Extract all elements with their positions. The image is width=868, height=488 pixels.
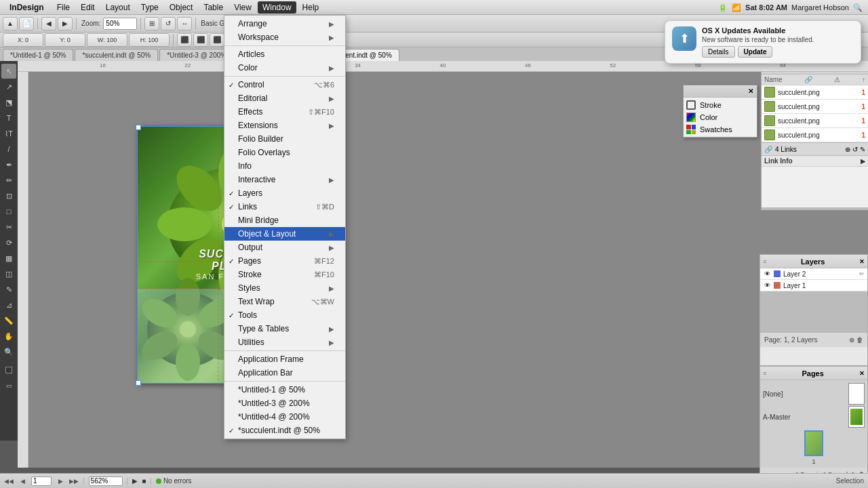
rect-frame-btn[interactable]: ⊡ [1,188,16,203]
pages-panel-close[interactable]: ✕ [859,370,865,377]
y-field[interactable]: Y: 0 [45,33,85,47]
menu-item-file[interactable]: File [52,1,75,14]
x-field[interactable]: X: 0 [3,33,43,47]
tab-succulent-50-1[interactable]: *succulent.indt @ 50% [75,49,158,61]
menu-folio-builder[interactable]: Folio Builder [224,132,345,146]
menu-extensions[interactable]: Extensions ▶ [224,119,345,132]
pages-master-thumb[interactable] [848,406,865,428]
menu-articles[interactable]: Articles [224,47,345,61]
preview-btn[interactable]: ▭ [1,378,16,393]
back-btn[interactable]: ◀ [41,17,56,30]
tab-untitled3[interactable]: *Untitled-3 @ 200% [159,49,234,61]
menu-text-wrap[interactable]: Text Wrap ⌥⌘W [224,295,345,308]
layer-eye-1[interactable]: 👁 [763,281,771,289]
menu-info[interactable]: Info [224,159,345,173]
h-field[interactable]: H: 100 [129,33,170,47]
forward-btn[interactable]: ▶ [58,17,73,30]
status-prev-btn[interactable]: ◀◀ [4,476,14,486]
menu-arrange[interactable]: Arrange ▶ [224,17,345,30]
status-stop-btn[interactable]: ■ [142,477,146,485]
swatches-panel-item[interactable]: Swatches [684,123,757,136]
menu-tools[interactable]: Tools [224,308,345,322]
align-center-btn[interactable]: ⬛ [193,33,208,47]
menu-application-frame[interactable]: Application Frame [224,352,345,366]
type-tool-btn[interactable]: T [1,110,16,125]
menu-color[interactable]: Color ▶ [224,61,345,75]
layers-add-btn[interactable]: ⊕ [849,336,854,344]
status-page-field[interactable] [31,476,52,486]
layers-delete-btn[interactable]: 🗑 [856,336,863,344]
notification-details-btn[interactable]: Details [702,46,735,58]
note-tool-btn[interactable]: ✎ [1,282,16,297]
search-icon[interactable]: 🔍 [853,3,863,12]
links-btn3[interactable]: ✎ [860,146,865,153]
menu-layers[interactable]: Layers [224,186,345,200]
eyedropper-btn[interactable]: ⊿ [1,298,16,312]
type-path-btn[interactable]: ⌇T [1,126,16,141]
align-right-btn[interactable]: ⬛ [210,33,224,47]
menu-doc-untitled3[interactable]: *Untitled-3 @ 200% [224,396,345,410]
layer-edit-2[interactable]: ✏ [859,270,865,277]
menu-mini-bridge[interactable]: Mini Bridge [224,214,345,227]
pen-tool-btn[interactable]: ✒ [1,157,16,172]
menu-object-layout[interactable]: Object & Layout ▶ [224,227,345,241]
menu-workspace[interactable]: Workspace ▶ [224,30,345,44]
measure-btn[interactable]: 📏 [1,313,16,328]
link-info-expand[interactable]: ▶ [861,158,865,165]
fill-stroke-btn[interactable] [1,363,16,378]
layers-panel-close[interactable]: ✕ [859,258,865,265]
status-fwd-btn[interactable]: ▶ [56,476,65,486]
status-zoom-field[interactable] [89,476,123,486]
pencil-tool-btn[interactable]: ✏ [1,173,16,188]
menu-doc-untitled4[interactable]: *Untitled-4 @ 200% [224,410,345,424]
selection-tool-btn[interactable]: ▲ [3,17,18,30]
popup-close-btn[interactable]: ✕ [748,87,753,95]
menu-editorial[interactable]: Editorial ▶ [224,92,345,105]
menu-application-bar[interactable]: Application Bar [224,366,345,380]
gradient-feather-btn[interactable]: ◫ [1,266,16,281]
w-field[interactable]: W: 100 [87,33,127,47]
handle-tl[interactable] [136,125,141,130]
direct-select-btn[interactable]: ↗ [1,79,16,94]
menu-links[interactable]: Links ⇧⌘D [224,200,345,214]
zoom-tool-btn[interactable]: 🔍 [1,344,16,359]
menu-styles[interactable]: Styles ▶ [224,281,345,295]
link-row-1[interactable]: succulent.png 1 [762,85,868,100]
page-btn[interactable]: 📄 [19,17,34,30]
menu-effects[interactable]: Effects ⇧⌘F10 [224,105,345,119]
menu-type-tables[interactable]: Type & Tables ▶ [224,322,345,336]
line-tool-btn[interactable]: / [1,142,16,157]
gradient-tool-btn[interactable]: ▦ [1,251,16,266]
color-panel-item[interactable]: Color [684,111,757,123]
menu-item-table[interactable]: Table [199,1,228,14]
flip-btn[interactable]: ↔ [177,17,192,30]
hand-tool-btn[interactable]: ✋ [1,329,16,344]
pages-page1-thumb[interactable] [804,430,823,456]
free-transform-btn[interactable]: ⟳ [1,235,16,250]
menu-output[interactable]: Output ▶ [224,241,345,254]
gap-tool-btn[interactable]: ⬔ [1,95,16,110]
menu-item-view[interactable]: View [229,1,256,14]
menu-pages[interactable]: Pages ⌘F12 [224,254,345,268]
zoom-input[interactable] [103,18,137,30]
menu-interactive[interactable]: Interactive ▶ [224,173,345,186]
layout-btn[interactable]: ⊞ [144,17,159,30]
menu-item-window[interactable]: Window [258,1,296,14]
menu-doc-untitled1[interactable]: *Untitled-1 @ 50% [224,383,345,396]
link-row-3[interactable]: succulent.png 1 [762,114,868,128]
rect-tool-btn[interactable]: □ [1,204,16,219]
status-back-btn[interactable]: ◀ [18,476,27,486]
layer-row-1[interactable]: 👁 Layer 1 [760,280,867,291]
tab-untitled1[interactable]: *Untitled-1 @ 50% [3,49,73,61]
handle-bl[interactable] [136,380,141,386]
menu-control[interactable]: Control ⌥⌘6 [224,78,345,92]
menu-item-object[interactable]: Object [165,1,198,14]
links-btn1[interactable]: ⊕ [845,146,850,153]
align-left-btn[interactable]: ⬛ [177,33,192,47]
scissor-tool-btn[interactable]: ✂ [1,220,16,235]
status-play-btn[interactable]: ▶ [132,477,138,485]
menu-stroke[interactable]: Stroke ⌘F10 [224,268,345,281]
menu-utilities[interactable]: Utilities ▶ [224,336,345,349]
pages-none-thumb[interactable] [848,383,865,405]
menu-folio-overlays[interactable]: Folio Overlays [224,146,345,159]
